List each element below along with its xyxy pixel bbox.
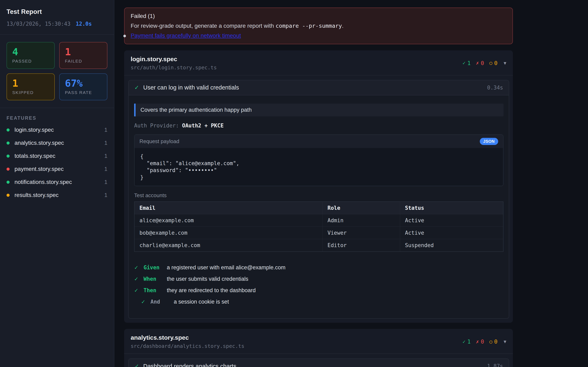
- sidebar-item-results-story-spec[interactable]: results.story.spec 1: [7, 189, 107, 202]
- feature-name: analytics.story.spec: [15, 140, 64, 146]
- step-given: ✓ Given a registered user with email ali…: [134, 264, 503, 271]
- feature-card-header[interactable]: login.story.spec src/auth/login.story.sp…: [124, 50, 513, 75]
- bullet-icon: [123, 35, 126, 37]
- cross-icon: ✗: [476, 339, 479, 345]
- collapse-triangle-icon[interactable]: ▼: [504, 60, 506, 66]
- feature-card-body: ✓ User can log in with valid credentials…: [124, 75, 513, 323]
- check-icon: ✓: [134, 363, 139, 367]
- check-icon: ✓: [134, 84, 139, 91]
- step-keyword: When: [144, 276, 167, 282]
- report-duration: 12.0s: [76, 21, 92, 27]
- collapse-triangle-icon[interactable]: ▼: [504, 339, 506, 344]
- status-dot-skipped-icon: [7, 194, 9, 197]
- feature-card-login: login.story.spec src/auth/login.story.sp…: [124, 50, 513, 323]
- failed-summary-banner: Failed (1) For review-grade output, gene…: [124, 8, 513, 44]
- main-content: Failed (1) For review-grade output, gene…: [114, 0, 588, 367]
- failed-test-link[interactable]: Payment fails gracefully on network time…: [131, 33, 241, 39]
- sidebar-item-notifications-story-spec[interactable]: notifications.story.spec 1: [7, 175, 107, 189]
- test-case-row[interactable]: ✓ Dashboard renders analytics charts 1.8…: [129, 359, 509, 367]
- passed-badge: ✓ 1: [463, 60, 471, 66]
- feature-card-titles: analytics.story.spec src/dashboard/analy…: [131, 334, 244, 349]
- feature-card-titles: login.story.spec src/auth/login.story.sp…: [131, 56, 217, 71]
- feature-card-analytics: analytics.story.spec src/dashboard/analy…: [124, 329, 513, 367]
- cell-email: bob@example.com: [134, 227, 323, 239]
- sidebar-item-analytics-story-spec[interactable]: analytics.story.spec 1: [7, 136, 107, 150]
- circle-icon: ○: [489, 339, 492, 345]
- step-text: the user submits valid credentials: [167, 276, 248, 282]
- skipped-badge: ○ 0: [489, 60, 498, 66]
- request-payload-header: Request payload JSON: [135, 135, 503, 148]
- table-row: bob@example.com Viewer Active: [134, 227, 503, 239]
- pass-rate-label: PASS RATE: [65, 90, 102, 95]
- cell-role: Viewer: [323, 227, 400, 239]
- passed-badge-count: 1: [467, 338, 471, 345]
- passed-label: PASSED: [12, 59, 49, 64]
- step-keyword: Given: [144, 264, 167, 271]
- cross-icon: ✗: [476, 60, 479, 66]
- step-then: ✓ Then they are redirected to the dashbo…: [134, 287, 503, 294]
- feature-name: login.story.spec: [15, 127, 54, 133]
- feature-count: 1: [104, 179, 107, 185]
- feature-card-title: analytics.story.spec: [131, 334, 244, 341]
- table-row: alice@example.com Admin Active: [134, 214, 503, 227]
- failed-label: FAILED: [65, 59, 102, 64]
- hint-text: For review-grade output, generate a comp…: [131, 23, 276, 29]
- sidebar-item-totals-story-spec[interactable]: totals.story.spec 1: [7, 150, 107, 162]
- check-icon: ✓: [463, 60, 466, 66]
- feature-card-path: src/auth/login.story.spec.ts: [131, 65, 217, 71]
- step-and: ✓ And a session cookie is set: [141, 299, 503, 305]
- status-dot-passed-icon: [7, 128, 9, 132]
- status-dot-passed-icon: [7, 142, 9, 145]
- report-meta: 13/03/2026, 15:30:43 12.0s: [7, 21, 107, 27]
- test-case-duration: 0.34s: [487, 85, 503, 91]
- column-header-role: Role: [323, 202, 400, 214]
- feature-name: results.story.spec: [15, 192, 59, 198]
- feature-name: totals.story.spec: [15, 153, 55, 159]
- failed-badge: ✗ 0: [476, 338, 484, 345]
- pass-rate-value: 67%: [65, 78, 102, 89]
- test-accounts-table: Email Role Status alice@example.com Admi…: [134, 201, 503, 252]
- hint-suffix: .: [342, 23, 344, 29]
- sidebar-item-login-story-spec[interactable]: login.story.spec 1: [7, 123, 107, 136]
- cell-email: charlie@example.com: [134, 239, 323, 252]
- sidebar-item-payment-story-spec[interactable]: payment.story.spec 1: [7, 162, 107, 175]
- test-case-name: Dashboard renders analytics charts: [143, 363, 236, 367]
- cell-role: Editor: [323, 239, 400, 252]
- report-title: Test Report: [7, 8, 107, 16]
- test-meta-line: Auth Provider: OAuth2 + PKCE: [134, 123, 503, 129]
- meta-key: Auth Provider:: [134, 123, 179, 129]
- feature-card-body: ✓ Dashboard renders analytics charts 1.8…: [124, 354, 513, 367]
- status-dot-failed-icon: [7, 167, 9, 171]
- test-case-details: Covers the primary authentication happy …: [129, 95, 509, 318]
- circle-icon: ○: [489, 60, 492, 66]
- test-note-blockquote: Covers the primary authentication happy …: [134, 104, 503, 117]
- passed-count: 4: [12, 47, 49, 57]
- cell-status: Active: [400, 214, 503, 227]
- check-icon: ✓: [134, 287, 144, 293]
- feature-card-title: login.story.spec: [131, 56, 217, 63]
- json-badge: JSON: [480, 138, 498, 145]
- stat-card-passed: 4 PASSED: [7, 42, 55, 69]
- feature-card-header[interactable]: analytics.story.spec src/dashboard/analy…: [124, 329, 513, 354]
- feature-name: payment.story.spec: [15, 166, 64, 172]
- failed-banner-hint: For review-grade output, generate a comp…: [131, 22, 506, 30]
- test-case-name: User can log in with valid credentials: [143, 84, 239, 91]
- check-icon: ✓: [463, 339, 466, 345]
- hint-command: compare --pr-summary: [276, 23, 342, 29]
- feature-card-badges: ✓ 1 ✗ 0 ○ 0 ▼: [463, 60, 506, 66]
- request-payload-panel: Request payload JSON { "email": "alice@e…: [134, 134, 503, 186]
- test-case-container: ✓ Dashboard renders analytics charts 1.8…: [128, 359, 509, 367]
- meta-value: OAuth2 + PKCE: [182, 123, 224, 129]
- feature-count: 1: [104, 140, 107, 146]
- table-header-row: Email Role Status: [134, 202, 503, 214]
- passed-badge: ✓ 1: [463, 338, 471, 345]
- test-case-row[interactable]: ✓ User can log in with valid credentials…: [129, 80, 509, 95]
- feature-count: 1: [104, 166, 107, 172]
- sidebar-divider: [0, 108, 114, 108]
- stats-grid: 4 PASSED 1 FAILED 1 SKIPPED 67% PASS RAT…: [7, 42, 107, 100]
- failed-badge-count: 0: [481, 338, 484, 345]
- column-header-status: Status: [400, 202, 503, 214]
- step-keyword: And: [150, 299, 174, 305]
- column-header-email: Email: [134, 202, 323, 214]
- failed-test-list-item: Payment fails gracefully on network time…: [131, 33, 506, 39]
